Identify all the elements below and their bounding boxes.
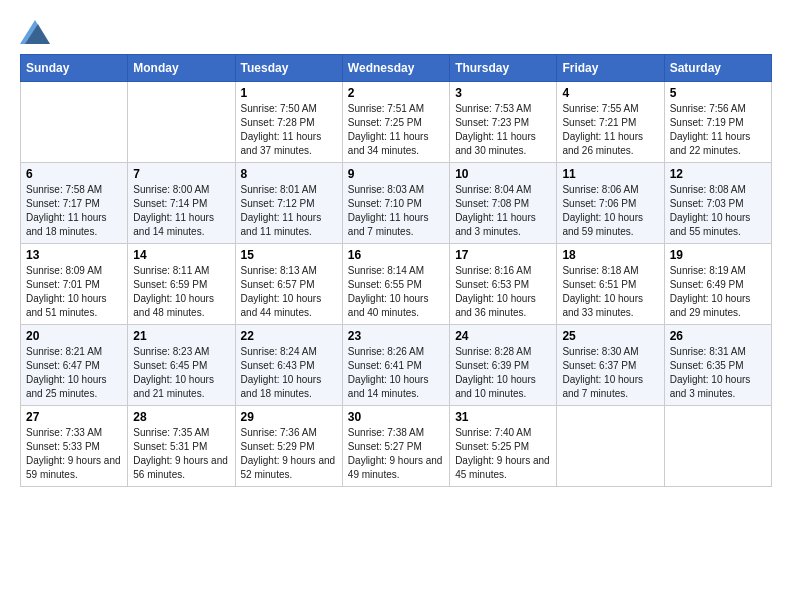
- calendar-cell: 5 Sunrise: 7:56 AMSunset: 7:19 PMDayligh…: [664, 82, 771, 163]
- calendar-cell: 25 Sunrise: 8:30 AMSunset: 6:37 PMDaylig…: [557, 325, 664, 406]
- day-number: 24: [455, 329, 551, 343]
- week-row-5: 27 Sunrise: 7:33 AMSunset: 5:33 PMDaylig…: [21, 406, 772, 487]
- calendar-cell: 9 Sunrise: 8:03 AMSunset: 7:10 PMDayligh…: [342, 163, 449, 244]
- day-number: 3: [455, 86, 551, 100]
- calendar-cell: 18 Sunrise: 8:18 AMSunset: 6:51 PMDaylig…: [557, 244, 664, 325]
- calendar-cell: 23 Sunrise: 8:26 AMSunset: 6:41 PMDaylig…: [342, 325, 449, 406]
- day-number: 4: [562, 86, 658, 100]
- day-number: 17: [455, 248, 551, 262]
- day-number: 9: [348, 167, 444, 181]
- calendar-header-row: SundayMondayTuesdayWednesdayThursdayFrid…: [21, 55, 772, 82]
- cell-info: Sunrise: 8:19 AMSunset: 6:49 PMDaylight:…: [670, 264, 766, 320]
- header: [20, 20, 772, 44]
- col-header-monday: Monday: [128, 55, 235, 82]
- calendar-cell: 27 Sunrise: 7:33 AMSunset: 5:33 PMDaylig…: [21, 406, 128, 487]
- calendar-cell: 19 Sunrise: 8:19 AMSunset: 6:49 PMDaylig…: [664, 244, 771, 325]
- calendar-cell: [21, 82, 128, 163]
- day-number: 6: [26, 167, 122, 181]
- col-header-tuesday: Tuesday: [235, 55, 342, 82]
- day-number: 21: [133, 329, 229, 343]
- day-number: 29: [241, 410, 337, 424]
- day-number: 1: [241, 86, 337, 100]
- day-number: 13: [26, 248, 122, 262]
- day-number: 27: [26, 410, 122, 424]
- calendar-cell: 11 Sunrise: 8:06 AMSunset: 7:06 PMDaylig…: [557, 163, 664, 244]
- col-header-saturday: Saturday: [664, 55, 771, 82]
- calendar-cell: 4 Sunrise: 7:55 AMSunset: 7:21 PMDayligh…: [557, 82, 664, 163]
- calendar-cell: 2 Sunrise: 7:51 AMSunset: 7:25 PMDayligh…: [342, 82, 449, 163]
- day-number: 14: [133, 248, 229, 262]
- calendar-cell: 16 Sunrise: 8:14 AMSunset: 6:55 PMDaylig…: [342, 244, 449, 325]
- calendar-cell: [557, 406, 664, 487]
- day-number: 18: [562, 248, 658, 262]
- calendar-cell: 3 Sunrise: 7:53 AMSunset: 7:23 PMDayligh…: [450, 82, 557, 163]
- cell-info: Sunrise: 8:28 AMSunset: 6:39 PMDaylight:…: [455, 345, 551, 401]
- day-number: 22: [241, 329, 337, 343]
- day-number: 5: [670, 86, 766, 100]
- calendar-cell: 22 Sunrise: 8:24 AMSunset: 6:43 PMDaylig…: [235, 325, 342, 406]
- week-row-4: 20 Sunrise: 8:21 AMSunset: 6:47 PMDaylig…: [21, 325, 772, 406]
- cell-info: Sunrise: 7:36 AMSunset: 5:29 PMDaylight:…: [241, 426, 337, 482]
- cell-info: Sunrise: 8:06 AMSunset: 7:06 PMDaylight:…: [562, 183, 658, 239]
- calendar-cell: 29 Sunrise: 7:36 AMSunset: 5:29 PMDaylig…: [235, 406, 342, 487]
- cell-info: Sunrise: 7:33 AMSunset: 5:33 PMDaylight:…: [26, 426, 122, 482]
- cell-info: Sunrise: 8:21 AMSunset: 6:47 PMDaylight:…: [26, 345, 122, 401]
- calendar-cell: 12 Sunrise: 8:08 AMSunset: 7:03 PMDaylig…: [664, 163, 771, 244]
- day-number: 15: [241, 248, 337, 262]
- calendar-cell: 20 Sunrise: 8:21 AMSunset: 6:47 PMDaylig…: [21, 325, 128, 406]
- cell-info: Sunrise: 8:03 AMSunset: 7:10 PMDaylight:…: [348, 183, 444, 239]
- day-number: 12: [670, 167, 766, 181]
- calendar-table: SundayMondayTuesdayWednesdayThursdayFrid…: [20, 54, 772, 487]
- cell-info: Sunrise: 8:14 AMSunset: 6:55 PMDaylight:…: [348, 264, 444, 320]
- day-number: 16: [348, 248, 444, 262]
- cell-info: Sunrise: 8:13 AMSunset: 6:57 PMDaylight:…: [241, 264, 337, 320]
- calendar-cell: 26 Sunrise: 8:31 AMSunset: 6:35 PMDaylig…: [664, 325, 771, 406]
- cell-info: Sunrise: 7:40 AMSunset: 5:25 PMDaylight:…: [455, 426, 551, 482]
- calendar-cell: 1 Sunrise: 7:50 AMSunset: 7:28 PMDayligh…: [235, 82, 342, 163]
- calendar-cell: 30 Sunrise: 7:38 AMSunset: 5:27 PMDaylig…: [342, 406, 449, 487]
- cell-info: Sunrise: 8:23 AMSunset: 6:45 PMDaylight:…: [133, 345, 229, 401]
- calendar-cell: 21 Sunrise: 8:23 AMSunset: 6:45 PMDaylig…: [128, 325, 235, 406]
- cell-info: Sunrise: 8:08 AMSunset: 7:03 PMDaylight:…: [670, 183, 766, 239]
- cell-info: Sunrise: 7:58 AMSunset: 7:17 PMDaylight:…: [26, 183, 122, 239]
- calendar-cell: 14 Sunrise: 8:11 AMSunset: 6:59 PMDaylig…: [128, 244, 235, 325]
- day-number: 23: [348, 329, 444, 343]
- day-number: 2: [348, 86, 444, 100]
- calendar-cell: 24 Sunrise: 8:28 AMSunset: 6:39 PMDaylig…: [450, 325, 557, 406]
- day-number: 19: [670, 248, 766, 262]
- cell-info: Sunrise: 8:16 AMSunset: 6:53 PMDaylight:…: [455, 264, 551, 320]
- calendar-cell: 31 Sunrise: 7:40 AMSunset: 5:25 PMDaylig…: [450, 406, 557, 487]
- calendar-cell: 10 Sunrise: 8:04 AMSunset: 7:08 PMDaylig…: [450, 163, 557, 244]
- cell-info: Sunrise: 8:00 AMSunset: 7:14 PMDaylight:…: [133, 183, 229, 239]
- calendar-cell: 6 Sunrise: 7:58 AMSunset: 7:17 PMDayligh…: [21, 163, 128, 244]
- cell-info: Sunrise: 8:26 AMSunset: 6:41 PMDaylight:…: [348, 345, 444, 401]
- calendar-cell: 8 Sunrise: 8:01 AMSunset: 7:12 PMDayligh…: [235, 163, 342, 244]
- cell-info: Sunrise: 8:01 AMSunset: 7:12 PMDaylight:…: [241, 183, 337, 239]
- cell-info: Sunrise: 8:30 AMSunset: 6:37 PMDaylight:…: [562, 345, 658, 401]
- col-header-friday: Friday: [557, 55, 664, 82]
- calendar-cell: [664, 406, 771, 487]
- day-number: 28: [133, 410, 229, 424]
- day-number: 31: [455, 410, 551, 424]
- cell-info: Sunrise: 7:38 AMSunset: 5:27 PMDaylight:…: [348, 426, 444, 482]
- cell-info: Sunrise: 7:53 AMSunset: 7:23 PMDaylight:…: [455, 102, 551, 158]
- col-header-thursday: Thursday: [450, 55, 557, 82]
- day-number: 11: [562, 167, 658, 181]
- week-row-1: 1 Sunrise: 7:50 AMSunset: 7:28 PMDayligh…: [21, 82, 772, 163]
- calendar-cell: 28 Sunrise: 7:35 AMSunset: 5:31 PMDaylig…: [128, 406, 235, 487]
- logo: [20, 20, 54, 44]
- cell-info: Sunrise: 8:04 AMSunset: 7:08 PMDaylight:…: [455, 183, 551, 239]
- day-number: 20: [26, 329, 122, 343]
- calendar-cell: [128, 82, 235, 163]
- week-row-3: 13 Sunrise: 8:09 AMSunset: 7:01 PMDaylig…: [21, 244, 772, 325]
- cell-info: Sunrise: 7:35 AMSunset: 5:31 PMDaylight:…: [133, 426, 229, 482]
- cell-info: Sunrise: 7:51 AMSunset: 7:25 PMDaylight:…: [348, 102, 444, 158]
- cell-info: Sunrise: 8:24 AMSunset: 6:43 PMDaylight:…: [241, 345, 337, 401]
- cell-info: Sunrise: 7:50 AMSunset: 7:28 PMDaylight:…: [241, 102, 337, 158]
- calendar-cell: 7 Sunrise: 8:00 AMSunset: 7:14 PMDayligh…: [128, 163, 235, 244]
- cell-info: Sunrise: 7:56 AMSunset: 7:19 PMDaylight:…: [670, 102, 766, 158]
- cell-info: Sunrise: 7:55 AMSunset: 7:21 PMDaylight:…: [562, 102, 658, 158]
- calendar-cell: 15 Sunrise: 8:13 AMSunset: 6:57 PMDaylig…: [235, 244, 342, 325]
- cell-info: Sunrise: 8:09 AMSunset: 7:01 PMDaylight:…: [26, 264, 122, 320]
- col-header-wednesday: Wednesday: [342, 55, 449, 82]
